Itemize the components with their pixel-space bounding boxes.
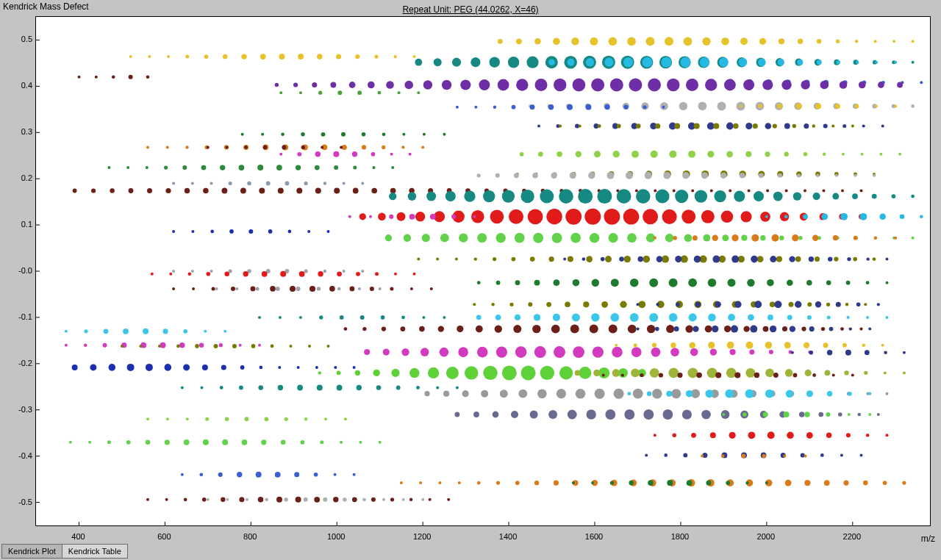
data-point[interactable] <box>301 440 305 445</box>
data-point[interactable] <box>804 412 809 417</box>
data-point[interactable] <box>443 133 446 136</box>
data-point[interactable] <box>624 409 634 420</box>
data-point[interactable] <box>746 342 754 349</box>
data-point[interactable] <box>251 287 256 292</box>
data-point[interactable] <box>278 188 284 194</box>
data-point[interactable] <box>715 301 720 307</box>
data-point[interactable] <box>452 58 461 67</box>
data-point[interactable] <box>844 370 848 375</box>
data-point[interactable] <box>779 38 784 44</box>
data-point[interactable] <box>304 182 308 185</box>
data-point[interactable] <box>382 327 386 331</box>
data-point[interactable] <box>540 190 554 204</box>
data-point[interactable] <box>576 151 582 157</box>
data-point[interactable] <box>237 472 242 477</box>
data-point[interactable] <box>334 473 337 476</box>
data-point[interactable] <box>646 37 655 46</box>
data-point[interactable] <box>604 209 620 225</box>
data-point[interactable] <box>884 351 887 354</box>
data-point[interactable] <box>643 256 650 263</box>
data-point[interactable] <box>695 302 701 307</box>
data-point[interactable] <box>801 80 809 89</box>
data-point[interactable] <box>317 287 321 290</box>
data-point[interactable] <box>191 270 194 273</box>
data-point[interactable] <box>528 209 543 224</box>
data-point[interactable] <box>495 315 501 320</box>
data-point[interactable] <box>520 152 524 157</box>
data-point[interactable] <box>239 497 244 502</box>
data-point[interactable] <box>765 481 768 484</box>
data-point[interactable] <box>827 350 832 355</box>
data-point[interactable] <box>779 236 784 240</box>
data-point[interactable] <box>809 351 814 355</box>
data-point[interactable] <box>323 182 326 184</box>
data-point[interactable] <box>724 326 731 332</box>
data-point[interactable] <box>828 256 832 261</box>
data-point[interactable] <box>275 472 281 478</box>
data-point[interactable] <box>873 257 876 261</box>
data-point[interactable] <box>247 182 251 186</box>
data-point[interactable] <box>554 481 559 486</box>
data-point[interactable] <box>754 191 764 201</box>
data-point[interactable] <box>390 287 393 290</box>
data-point[interactable] <box>534 481 539 485</box>
data-point[interactable] <box>554 79 566 91</box>
data-point[interactable] <box>515 280 520 285</box>
data-point[interactable] <box>442 80 451 90</box>
data-point[interactable] <box>304 417 307 420</box>
data-point[interactable] <box>636 328 639 331</box>
data-point[interactable] <box>428 367 439 378</box>
data-point[interactable] <box>630 279 639 287</box>
data-point[interactable] <box>708 279 717 287</box>
data-point[interactable] <box>239 165 245 170</box>
data-point[interactable] <box>572 481 575 484</box>
data-point[interactable] <box>848 392 852 396</box>
data-point[interactable] <box>244 146 248 149</box>
data-point[interactable] <box>765 390 774 398</box>
data-point[interactable] <box>855 40 859 43</box>
data-point[interactable] <box>820 453 824 457</box>
data-point[interactable] <box>652 343 656 348</box>
data-point[interactable] <box>369 215 372 218</box>
data-point[interactable] <box>789 256 795 262</box>
data-point[interactable] <box>298 54 304 60</box>
data-point[interactable] <box>344 327 348 331</box>
data-point[interactable] <box>840 81 848 89</box>
data-point[interactable] <box>662 256 669 263</box>
data-point[interactable] <box>707 151 714 157</box>
data-point[interactable] <box>586 58 594 66</box>
data-point[interactable] <box>860 453 863 456</box>
data-point[interactable] <box>827 391 832 396</box>
data-point[interactable] <box>409 368 419 378</box>
data-point[interactable] <box>374 55 378 59</box>
data-point[interactable] <box>390 498 394 501</box>
data-point[interactable] <box>343 498 347 502</box>
data-point[interactable] <box>402 133 405 136</box>
data-point[interactable] <box>146 146 149 148</box>
tab-kendrick-table[interactable]: Kendrick Table <box>62 544 128 559</box>
data-point[interactable] <box>389 215 393 219</box>
data-point[interactable] <box>424 391 429 396</box>
data-point[interactable] <box>259 188 265 194</box>
data-point[interactable] <box>299 91 302 94</box>
data-point[interactable] <box>146 76 150 79</box>
data-point[interactable] <box>462 390 469 397</box>
data-point[interactable] <box>684 234 693 242</box>
data-point[interactable] <box>798 39 803 44</box>
data-point[interactable] <box>271 345 274 348</box>
data-point[interactable] <box>773 373 779 378</box>
data-point[interactable] <box>222 439 228 445</box>
data-point[interactable] <box>689 313 697 321</box>
data-point[interactable] <box>563 258 566 261</box>
data-point[interactable] <box>797 173 801 177</box>
data-point[interactable] <box>656 303 659 306</box>
data-point[interactable] <box>341 132 346 137</box>
data-point[interactable] <box>127 364 135 371</box>
data-point[interactable] <box>734 191 745 202</box>
data-point[interactable] <box>551 325 560 334</box>
data-point[interactable] <box>84 329 87 333</box>
data-point[interactable] <box>753 123 758 129</box>
data-point[interactable] <box>278 385 283 390</box>
data-point[interactable] <box>321 132 326 137</box>
data-point[interactable] <box>88 441 91 444</box>
